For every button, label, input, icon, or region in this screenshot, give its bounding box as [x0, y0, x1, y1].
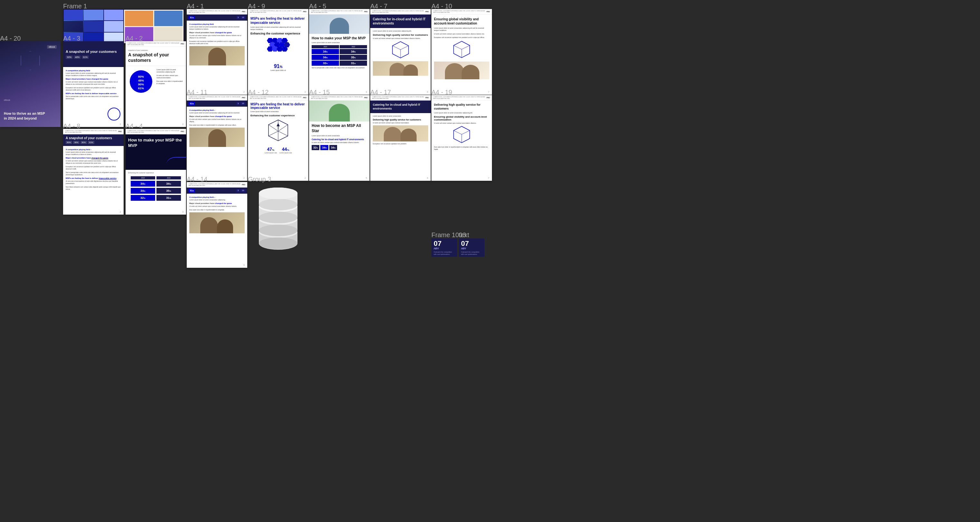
a4-8-logo: PRO: [118, 131, 122, 132]
a4-14-competitive: A competitive playing field ⬩: [189, 196, 245, 199]
a4-15-pagenum: 5: [366, 177, 367, 179]
a4-7-card[interactable]: COMPETITIVE, CUSTOMER EXPERIENCE, AND TH…: [370, 9, 431, 95]
a4-3-bodytext1: Lorem ipsum dolor sit amet consectetur a…: [66, 72, 121, 77]
a4-2-toptext: COMPETITIVE, CUSTOMER EXPERIENCE, AND TH…: [127, 42, 181, 45]
a4-9-card[interactable]: COMPETITIVE, CUSTOMER EXPERIENCE, AND TH…: [248, 9, 309, 95]
a4-11-s1: 91%: [189, 102, 195, 105]
a4-14-card[interactable]: COMPETITIVE, CUSTOMER EXPERIENCE, AND TH…: [187, 182, 247, 268]
a4-3-bodytext4: Sed ut perspiciatis unde omnis iste natu…: [66, 96, 121, 100]
text-frame-card[interactable]: 07 ЛЙТ Outmatch the competition with cos…: [459, 238, 485, 257]
a4-17-pagenum: 6: [427, 177, 428, 179]
a4-5-text1: Lorem ipsum dolor sit amet consectetur.: [312, 42, 367, 44]
a4-7-personimg: [373, 61, 428, 76]
a4-15-body: How to become an MSP All Star Lorem ipsu…: [309, 121, 370, 152]
a4-15-logo: PRO: [364, 97, 368, 99]
a4-14-s2: 3: [236, 189, 240, 192]
a4-1-s3: 10: [240, 16, 245, 19]
a4-8-text2: Ut enim ad minim veniam quis nostrud exe…: [66, 160, 121, 164]
a4-4-table: 2023 2022 34% 34% 34% 35% 32% 31%: [131, 176, 181, 201]
frame1003-card[interactable]: 07 ЛЙТ Outmatch the competition with cos…: [431, 238, 457, 257]
a4-17-card[interactable]: COMPETITIVE, CUSTOMER EXPERIENCE, AND TH…: [370, 95, 431, 181]
a4-12-card[interactable]: COMPETITIVE, CUSTOMER EXPERIENCE, AND TH…: [248, 95, 309, 181]
a4-15-catering: Catering for in-cloud and hybrid IT envi…: [312, 138, 367, 140]
a4-2-card[interactable]: COMPETITIVE, CUSTOMER EXPERIENCE, AND TH…: [126, 41, 186, 127]
a4-17-body: Lorem ipsum dolor sit amet consectetur. …: [370, 113, 431, 148]
svg-line-31: [269, 131, 278, 136]
a4-8-text3: Excepteur sint occaecat cupidatat non pr…: [66, 166, 121, 170]
a4-4-card[interactable]: COMPETITIVE, CUSTOMER EXPERIENCE, AND TH…: [126, 129, 186, 215]
a4-9-pagenum: 2: [305, 91, 306, 93]
a4-4-subtext: Enhancing the customer experience: [128, 172, 183, 174]
a4-2-logo: PRO: [181, 43, 184, 45]
a4-7-topbar: COMPETITIVE, CUSTOMER EXPERIENCE, AND TH…: [370, 9, 431, 14]
text-frame-sub: ЛЙТ: [461, 247, 482, 250]
a4-10-personimg: [434, 62, 489, 79]
svg-text:90%: 90%: [138, 83, 144, 86]
a4-20-title: How to thrive as an MSP in 2024 and beyo…: [4, 111, 49, 121]
a4-15-card[interactable]: COMPETITIVE, CUSTOMER EXPERIENCE, AND TH…: [309, 95, 370, 181]
a4-7-hexicon: [373, 41, 428, 60]
a4-8-card[interactable]: COMPETITIVE, CUSTOMER EXPERIENCE, AND TH…: [63, 129, 124, 215]
a4-8-stat2: 48%: [73, 141, 80, 144]
a4-8-toptext: COMPETITIVE, CUSTOMER EXPERIENCE, AND TH…: [65, 130, 118, 133]
a4-14-text1: Lorem ipsum dolor sit amet consectetur a…: [189, 199, 245, 201]
a4-3-pagenum: 2: [120, 123, 121, 125]
svg-text:48%: 48%: [138, 79, 144, 82]
a4-3-stat2: 48%: [74, 56, 81, 59]
a4-12-3dbox: [250, 118, 306, 145]
a4-3-card[interactable]: A snapshot of your customers 90% 48% 61%…: [63, 41, 124, 127]
a4-5-logo: PRO: [364, 11, 368, 13]
a4-8-stat4: 61%: [88, 141, 94, 144]
a4-5-th1: 2023: [312, 45, 339, 48]
a4-5-card[interactable]: COMPETITIVE, CUSTOMER EXPERIENCE, AND TH…: [309, 9, 370, 95]
a4-11-text1: Lorem ipsum dolor sit amet consectetur a…: [189, 112, 245, 114]
a4-4-cell4: 35%: [156, 188, 181, 194]
a4-4-header: How to make your MSP the MVP: [126, 134, 186, 170]
a4-11-statsrow: 91% 3 10: [187, 101, 247, 107]
a4-1-personimg: [189, 46, 245, 65]
a4-8-stat3: 80%: [81, 141, 87, 144]
a4-20-card[interactable]: eBook eBook How to thrive as an MSP in 2…: [0, 41, 60, 127]
a4-14-text3: Duis aute irure dolor in reprehenderit i…: [189, 209, 245, 211]
a4-11-pagenum: 2: [243, 177, 245, 179]
a4-2-headersmall: snapshot of your customers: [128, 49, 183, 51]
a4-10-title: Ensuring global visibility and account-l…: [434, 17, 489, 26]
a4-14-s3: 10: [240, 189, 245, 192]
a4-11-cloud: Major cloud providers have changed the g…: [189, 115, 245, 117]
a4-9-statdesc: Lorem ipsum dolor sit: [250, 69, 306, 72]
a4-11-s2: 3: [236, 102, 240, 105]
svg-line-18: [401, 46, 409, 49]
a4-10-pagenum: 7: [488, 91, 489, 93]
a4-10-card[interactable]: COMPETITIVE, CUSTOMER EXPERIENCE, AND TH…: [431, 9, 492, 95]
a4-5-personimg: [309, 14, 370, 34]
a4-1-card[interactable]: COMPETITIVE, CUSTOMER EXPERIENCE, AND TH…: [187, 9, 247, 95]
a4-19-hexicon: [434, 126, 489, 145]
a4-2-pagenum: 2: [182, 123, 183, 125]
a4-5-topbar: COMPETITIVE, CUSTOMER EXPERIENCE, AND TH…: [309, 9, 370, 14]
a4-10-body: Ensuring global visibility and account-l…: [431, 14, 492, 82]
a4-15-title: How to become an MSP All Star: [312, 123, 367, 133]
frame1003-num: 07: [434, 240, 455, 247]
a4-2-header: snapshot of your customers A snapshot of…: [126, 47, 186, 66]
a4-19-card[interactable]: COMPETITIVE, CUSTOMER EXPERIENCE, AND TH…: [431, 95, 492, 181]
a4-19-topbar: COMPETITIVE, CUSTOMER EXPERIENCE, AND TH…: [431, 95, 492, 101]
a4-4-title: How to make your MSP the MVP: [128, 137, 183, 148]
a4-7-body: Lorem ipsum dolor sit amet consectetur a…: [370, 28, 431, 78]
a4-3-competitive: A competitive playing field: [66, 69, 121, 72]
a4-19-pagenum: 7: [488, 177, 489, 179]
a4-9-msps: MSPs are feeling the heat to deliver imp…: [250, 16, 306, 25]
a4-11-card[interactable]: COMPETITIVE, CUSTOMER EXPERIENCE, AND TH…: [187, 95, 247, 181]
frame1-card[interactable]: [63, 9, 185, 45]
a4-3-header: A snapshot of your customers 90% 48% 61%: [63, 41, 124, 67]
a4-5-c2: 34%: [340, 49, 367, 54]
a4-10-hexicon: [434, 41, 489, 60]
a4-3-msps: MSPs are feeling the heat to deliver imp…: [66, 93, 121, 94]
a4-8-title: A snapshot of your customers: [66, 136, 121, 140]
a4-5-pagenum: 3: [366, 91, 367, 93]
a4-15-text2: Ut enim ad minim veniam quis nostrud exe…: [312, 142, 367, 144]
a4-5-text2: Sed ut perspiciatis unde omnis iste natu…: [312, 67, 367, 69]
a4-14-toptext: COMPETITIVE, CUSTOMER EXPERIENCE, AND TH…: [189, 183, 242, 186]
text-label: text: [459, 231, 469, 239]
a4-11-body: A competitive playing field ⬩ Lorem ipsu…: [187, 107, 247, 149]
a4-5-th2: 2022: [340, 45, 367, 48]
